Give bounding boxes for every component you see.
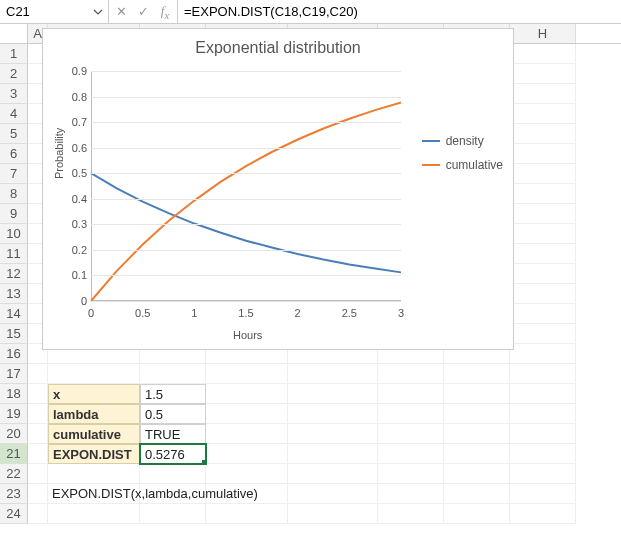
cell-B18[interactable]: x (48, 384, 140, 404)
cell-F18[interactable] (378, 384, 444, 404)
row-header-9[interactable]: 9 (0, 204, 28, 224)
row-header-6[interactable]: 6 (0, 144, 28, 164)
cell-A20[interactable] (28, 424, 48, 444)
row-header-13[interactable]: 13 (0, 284, 28, 304)
cell-F23[interactable] (378, 484, 444, 504)
row-header-20[interactable]: 20 (0, 424, 28, 444)
row-header-7[interactable]: 7 (0, 164, 28, 184)
cell-D20[interactable] (206, 424, 288, 444)
cell-B24[interactable] (48, 504, 140, 524)
row-header-12[interactable]: 12 (0, 264, 28, 284)
cell-G19[interactable] (444, 404, 510, 424)
cell-D17[interactable] (206, 364, 288, 384)
cell-H13[interactable] (510, 284, 576, 304)
cell-H23[interactable] (510, 484, 576, 504)
col-header-H[interactable]: H (510, 24, 576, 43)
cell-H10[interactable] (510, 224, 576, 244)
cell-D21[interactable] (206, 444, 288, 464)
cell-G24[interactable] (444, 504, 510, 524)
row-header-8[interactable]: 8 (0, 184, 28, 204)
cell-D19[interactable] (206, 404, 288, 424)
cell-B20[interactable]: cumulative (48, 424, 140, 444)
row-header-23[interactable]: 23 (0, 484, 28, 504)
name-box-input[interactable] (0, 0, 88, 23)
cell-H17[interactable] (510, 364, 576, 384)
cell-H6[interactable] (510, 144, 576, 164)
cell-H9[interactable] (510, 204, 576, 224)
cell-H24[interactable] (510, 504, 576, 524)
cell-A23[interactable] (28, 484, 48, 504)
cell-C19[interactable]: 0.5 (140, 404, 206, 424)
cell-F17[interactable] (378, 364, 444, 384)
cell-A19[interactable] (28, 404, 48, 424)
cell-H14[interactable] (510, 304, 576, 324)
cell-F21[interactable] (378, 444, 444, 464)
row-header-2[interactable]: 2 (0, 64, 28, 84)
cell-E18[interactable] (288, 384, 378, 404)
cell-G23[interactable] (444, 484, 510, 504)
cell-H11[interactable] (510, 244, 576, 264)
cell-A22[interactable] (28, 464, 48, 484)
cell-D24[interactable] (206, 504, 288, 524)
cell-G17[interactable] (444, 364, 510, 384)
cell-E22[interactable] (288, 464, 378, 484)
cell-H12[interactable] (510, 264, 576, 284)
cell-C17[interactable] (140, 364, 206, 384)
chart[interactable]: Exponential distribution Probability Hou… (42, 28, 514, 350)
cell-G21[interactable] (444, 444, 510, 464)
row-header-3[interactable]: 3 (0, 84, 28, 104)
cell-E19[interactable] (288, 404, 378, 424)
cell-G20[interactable] (444, 424, 510, 444)
cell-F19[interactable] (378, 404, 444, 424)
row-header-5[interactable]: 5 (0, 124, 28, 144)
cell-C21[interactable]: 0.5276 (140, 444, 206, 464)
row-header-21[interactable]: 21 (0, 444, 28, 464)
cell-A18[interactable] (28, 384, 48, 404)
cell-H20[interactable] (510, 424, 576, 444)
cell-H8[interactable] (510, 184, 576, 204)
cell-E21[interactable] (288, 444, 378, 464)
cell-D18[interactable] (206, 384, 288, 404)
row-header-15[interactable]: 15 (0, 324, 28, 344)
cancel-icon[interactable]: ✕ (113, 4, 129, 19)
cell-H21[interactable] (510, 444, 576, 464)
cell-H1[interactable] (510, 44, 576, 64)
row-header-1[interactable]: 1 (0, 44, 28, 64)
cell-G18[interactable] (444, 384, 510, 404)
cell-H2[interactable] (510, 64, 576, 84)
cell-A21[interactable] (28, 444, 48, 464)
cell-F20[interactable] (378, 424, 444, 444)
row-header-10[interactable]: 10 (0, 224, 28, 244)
cell-E20[interactable] (288, 424, 378, 444)
cell-B23[interactable]: EXPON.DIST(x,lambda,cumulative) (48, 484, 140, 504)
cell-B17[interactable] (48, 364, 140, 384)
row-header-16[interactable]: 16 (0, 344, 28, 364)
cell-B19[interactable]: lambda (48, 404, 140, 424)
row-header-11[interactable]: 11 (0, 244, 28, 264)
formula-input[interactable] (178, 0, 621, 23)
cell-H5[interactable] (510, 124, 576, 144)
cell-A17[interactable] (28, 364, 48, 384)
cell-B22[interactable] (48, 464, 140, 484)
cell-F22[interactable] (378, 464, 444, 484)
cell-H15[interactable] (510, 324, 576, 344)
cell-A24[interactable] (28, 504, 48, 524)
cell-C22[interactable] (140, 464, 206, 484)
row-header-22[interactable]: 22 (0, 464, 28, 484)
cell-C23[interactable] (140, 484, 206, 504)
row-header-17[interactable]: 17 (0, 364, 28, 384)
row-header-18[interactable]: 18 (0, 384, 28, 404)
cell-H4[interactable] (510, 104, 576, 124)
name-box-dd[interactable] (88, 0, 108, 23)
cell-D23[interactable] (206, 484, 288, 504)
cell-B21[interactable]: EXPON.DIST (48, 444, 140, 464)
enter-icon[interactable]: ✓ (135, 4, 151, 19)
name-box[interactable] (0, 0, 109, 23)
cell-H3[interactable] (510, 84, 576, 104)
cell-F24[interactable] (378, 504, 444, 524)
cell-H19[interactable] (510, 404, 576, 424)
cell-H7[interactable] (510, 164, 576, 184)
cell-C18[interactable]: 1.5 (140, 384, 206, 404)
row-header-19[interactable]: 19 (0, 404, 28, 424)
cell-H22[interactable] (510, 464, 576, 484)
